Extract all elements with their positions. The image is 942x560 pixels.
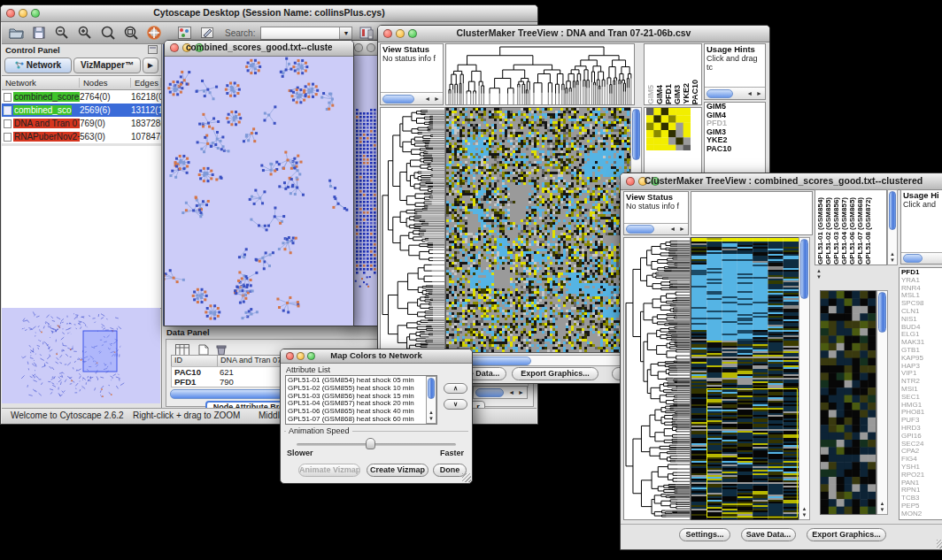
heatmap-vscrollbar[interactable]: ▲▼ — [799, 237, 810, 520]
network1-title-bar[interactable]: combined_scores_good.txt--cluste... — [165, 41, 353, 57]
column-label[interactable]: GPL51-07 (GSM868) — [856, 197, 864, 265]
settings-button[interactable]: Settings... — [679, 528, 730, 541]
mid-arrows[interactable]: ▲▼ — [815, 268, 823, 280]
attribute-item[interactable]: GPL51-07 (GSM868) heat shock 60 min — [286, 416, 436, 424]
heatmap-global-view[interactable] — [691, 237, 799, 520]
gene-label[interactable]: PAC10 — [705, 145, 765, 154]
search-dropdown-icon[interactable]: ▼ — [339, 27, 351, 39]
network1-canvas[interactable] — [165, 57, 351, 325]
column-dendrogram-panel[interactable] — [691, 191, 813, 235]
panel-scrollbar[interactable]: ◄ ► — [381, 92, 443, 104]
heatmap-zoom-view[interactable] — [820, 290, 876, 515]
animation-speed-label: Animation Speed — [286, 426, 352, 435]
minimize-button[interactable] — [367, 43, 375, 52]
network-row[interactable]: RNAPuberNov2+| 563(0) 107847(0) — [2, 130, 161, 143]
help-lifering-icon[interactable] — [145, 25, 163, 41]
close-button[interactable] — [626, 177, 635, 186]
column-label[interactable]: GPL51-03 (GSM856) — [832, 197, 840, 265]
open-file-icon[interactable] — [7, 25, 25, 41]
panel-scrollbar[interactable] — [901, 252, 942, 264]
save-icon[interactable] — [30, 25, 48, 41]
export-graphics-button[interactable]: Export Graphics... — [807, 528, 886, 541]
column-label[interactable]: GPL51-08 (GSM872) — [864, 197, 872, 265]
network-list-filler — [2, 146, 161, 309]
resize-grip[interactable] — [462, 473, 471, 482]
network-overview-thumbnail[interactable] — [2, 308, 160, 403]
network-type-icon — [4, 119, 12, 128]
column-label[interactable]: GPL51-01 (GSM854) — [816, 197, 824, 265]
column-dendrogram[interactable] — [445, 43, 635, 105]
save-data-button[interactable]: Save Data... — [741, 528, 796, 541]
zoom-fit-icon[interactable] — [122, 25, 140, 41]
control-panel-title: Control Panel — [5, 45, 60, 55]
column-labels-scrollbar[interactable]: ▲▼ — [887, 189, 898, 265]
move-down-button[interactable]: ∨ — [444, 399, 467, 410]
close-button[interactable] — [354, 43, 363, 52]
view-status-panel: View Status No status info f ◄ ► — [380, 43, 444, 105]
report-icon[interactable] — [358, 25, 375, 41]
heatmap-global-view[interactable] — [445, 107, 631, 353]
attribute-list-scrollbar[interactable]: ▲▼ — [426, 376, 436, 424]
heatmap-hscrollbar[interactable]: ◄ ► — [445, 355, 642, 366]
usage-hints-panel: Usage Hi Click and — [900, 189, 942, 265]
network-row[interactable]: combined_scores 2764(0) 16218(0) — [2, 90, 161, 104]
speed-slider-track[interactable] — [297, 443, 456, 446]
tab-overflow-button[interactable]: ► — [143, 58, 158, 73]
resize-grip[interactable] — [937, 540, 942, 548]
zoom-selected-icon[interactable] — [99, 25, 117, 41]
search-input[interactable]: ▼ — [260, 27, 352, 40]
data-panel-title: Data Panel — [166, 327, 210, 337]
float-panel-icon[interactable] — [148, 45, 158, 55]
speed-slider-thumb[interactable] — [366, 438, 375, 449]
column-label[interactable]: YKE2 — [682, 83, 691, 104]
column-label[interactable]: PFD1 — [664, 84, 673, 104]
data-hscrollbar-right[interactable]: ◄ ► — [473, 386, 528, 399]
tab-network[interactable]: Network — [4, 58, 72, 73]
create-vizmap-button[interactable]: Create Vizmap — [367, 464, 429, 477]
close-button[interactable] — [286, 352, 294, 360]
gene-label[interactable]: MON2 — [900, 510, 942, 518]
control-panel-tabs: Network VizMapper™ ► — [2, 56, 161, 75]
panel-scrollbar[interactable]: ◄ ► — [624, 223, 688, 234]
column-label[interactable]: GIM3 — [673, 85, 682, 104]
close-button[interactable] — [6, 9, 15, 18]
button-bar-divider — [621, 524, 942, 525]
row-dendrogram[interactable] — [623, 237, 691, 520]
animate-vizmap-button[interactable]: Animate Vizmap — [298, 464, 360, 477]
view-status-panel: View Status No status info f ◄ ► — [623, 191, 689, 235]
vizmap-icon[interactable] — [175, 25, 193, 41]
treeview2-title-bar[interactable]: ClusterMaker TreeView : combined_scores_… — [621, 173, 942, 190]
column-label[interactable]: GPL51-06 (GSM865) — [848, 197, 856, 265]
main-title-bar[interactable]: Cytoscape Desktop (Session Name: collins… — [1, 5, 537, 22]
zoom-view-scrollbar[interactable]: ▲▼ — [876, 290, 888, 515]
close-button[interactable] — [170, 43, 179, 52]
export-graphics-button[interactable]: Export Graphics... — [512, 367, 598, 380]
heatmap-zoom-view[interactable] — [646, 108, 691, 150]
column-label[interactable]: GPL51-02 (GSM855) — [824, 197, 832, 265]
gene-label-list: PFD1YRA1RNR4MSL1SPC98CLN1NIS1BUD4ELG1MAK… — [899, 267, 942, 520]
slower-label: Slower — [287, 449, 313, 457]
column-labels-panel: GIM5GIM4PFD1GIM3YKE2PAC10 — [644, 43, 702, 105]
row-dendrogram[interactable] — [380, 107, 445, 358]
status-hint-zoom: Right-click + drag to ZOOM — [133, 410, 240, 420]
network-type-icon — [4, 106, 12, 115]
tab-vizmapper[interactable]: VizMapper™ — [73, 58, 141, 73]
attribute-list: GPL51-01 (GSM854) heat shock 05 minGPL51… — [285, 375, 437, 425]
close-button[interactable] — [383, 29, 392, 38]
treeview1-title-bar[interactable]: ClusterMaker TreeView : DNA and Tran 07-… — [378, 26, 769, 42]
column-label[interactable]: GIM5 — [646, 85, 655, 104]
column-label[interactable]: GIM4 — [655, 85, 664, 104]
faster-label: Faster — [440, 449, 464, 457]
dialog-title-bar[interactable]: Map Colors to Network — [281, 349, 472, 364]
panel-scrollbar[interactable]: ◄ ► — [705, 87, 765, 99]
network1-title: combined_scores_good.txt--cluste... — [186, 42, 332, 52]
usage-hints-panel: Usage Hints Click and drag tc ◄ ► — [704, 43, 766, 100]
network-row[interactable]: DNA and Tran 07 769(0) 183728(0) — [2, 117, 161, 130]
network-row[interactable]: combined_sco 2569(6) 13112(15) — [2, 104, 161, 117]
zoom-in-icon[interactable] — [76, 25, 94, 41]
column-label[interactable]: PAC10 — [691, 80, 699, 104]
column-label[interactable]: GPL51-04 (GSM857) — [840, 197, 848, 265]
annotation-icon[interactable] — [198, 25, 216, 41]
zoom-out-icon[interactable] — [53, 25, 71, 41]
move-up-button[interactable]: ∧ — [444, 383, 467, 394]
